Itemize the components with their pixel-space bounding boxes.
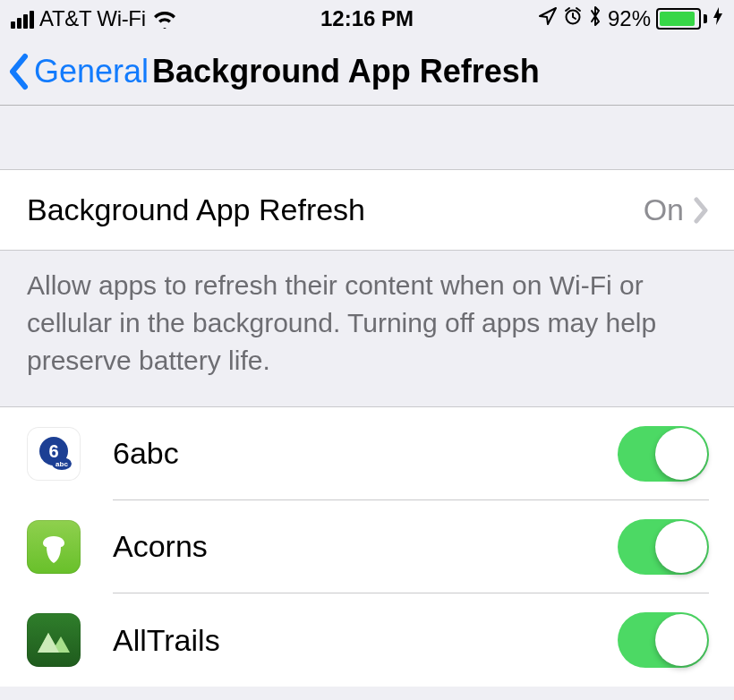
nav-bar: General Background App Refresh — [0, 38, 734, 106]
app-list: 6 abc 6abc Acorns — [0, 407, 734, 687]
app-name-label: AllTrails — [113, 623, 618, 658]
app-name-label: 6abc — [113, 436, 618, 471]
chevron-right-icon — [693, 197, 709, 224]
location-icon — [538, 6, 558, 31]
toggle-alltrails[interactable] — [618, 612, 709, 668]
app-icon-alltrails — [27, 613, 81, 667]
row-label: Background App Refresh — [27, 192, 644, 227]
app-icon-acorns — [27, 520, 81, 574]
toggle-knob — [655, 614, 707, 666]
section-spacer — [0, 106, 734, 170]
app-row-acorns: Acorns — [0, 500, 734, 593]
background-app-refresh-master-row[interactable]: Background App Refresh On — [0, 170, 734, 251]
alarm-icon — [563, 6, 583, 31]
svg-text:abc: abc — [55, 460, 68, 468]
toggle-6abc[interactable] — [618, 426, 709, 482]
svg-text:6: 6 — [48, 441, 58, 461]
cellular-signal-icon — [11, 9, 34, 29]
app-icon-6abc: 6 abc — [27, 427, 81, 481]
charging-icon — [713, 6, 723, 31]
wifi-icon — [151, 9, 178, 29]
back-label: General — [34, 53, 149, 90]
status-right: 92% — [538, 5, 723, 32]
toggle-knob — [655, 521, 707, 573]
row-value: On — [644, 192, 684, 227]
section-footer: Allow apps to refresh their content when… — [0, 251, 734, 407]
status-left: AT&T Wi-Fi — [11, 6, 178, 31]
app-row-alltrails: AllTrails — [0, 593, 734, 687]
chevron-left-icon — [7, 53, 32, 90]
toggle-acorns[interactable] — [618, 519, 709, 575]
battery-icon — [656, 8, 707, 30]
battery-percent: 92% — [608, 6, 651, 31]
battery-fill — [660, 12, 695, 26]
carrier-label: AT&T Wi-Fi — [39, 6, 146, 31]
page-title: Background App Refresh — [152, 53, 540, 90]
app-name-label: Acorns — [113, 529, 618, 564]
toggle-knob — [655, 428, 707, 480]
status-bar: AT&T Wi-Fi 12:16 PM 92% — [0, 0, 734, 38]
back-button[interactable]: General — [7, 53, 149, 90]
status-time: 12:16 PM — [320, 6, 414, 31]
app-row-6abc: 6 abc 6abc — [0, 407, 734, 500]
bluetooth-icon — [588, 5, 602, 32]
